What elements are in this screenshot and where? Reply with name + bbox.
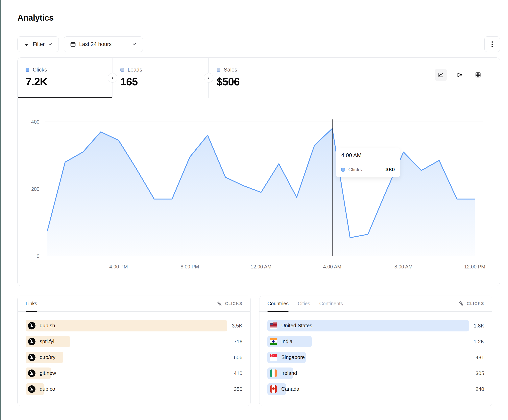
row-clicks-value: 716 xyxy=(234,338,242,345)
leads-value: 165 xyxy=(120,75,209,88)
geo-panel: Countries Cities Continents CLICKS Unite… xyxy=(259,296,492,406)
tab-countries[interactable]: Countries xyxy=(267,296,289,311)
leads-marker-icon xyxy=(120,68,124,72)
chevron-down-icon xyxy=(48,42,52,47)
svg-text:8:00 AM: 8:00 AM xyxy=(394,264,412,269)
svg-text:12:00 PM: 12:00 PM xyxy=(464,264,486,269)
tooltip-value: 380 xyxy=(385,167,395,173)
tooltip-time: 4:00 AM xyxy=(336,148,400,162)
country-row[interactable]: Ireland305 xyxy=(267,368,484,379)
countries-list: United States1.8KIndia1.2KSingapore481Ir… xyxy=(260,312,492,395)
stats-tabs-row: Clicks 7.2K Leads 165 Sales xyxy=(18,58,500,98)
link-label: git.new xyxy=(40,370,56,376)
tab-clicks[interactable]: Clicks 7.2K xyxy=(18,58,112,98)
tab-cities[interactable]: Cities xyxy=(298,296,310,311)
filter-button[interactable]: Filter xyxy=(17,36,59,52)
date-range-label: Last 24 hours xyxy=(79,41,112,47)
continents-tab-label: Continents xyxy=(319,301,343,306)
stats-next-button[interactable] xyxy=(204,73,213,83)
country-label: India xyxy=(281,338,292,345)
country-label: Singapore xyxy=(281,354,305,360)
clicks-value: 7.2K xyxy=(26,75,112,88)
svg-text:0: 0 xyxy=(37,253,39,259)
row-clicks-value: 240 xyxy=(476,386,484,392)
cursor-click-icon xyxy=(459,301,464,306)
tab-links[interactable]: Links xyxy=(26,296,37,311)
us-flag-icon xyxy=(270,322,277,329)
link-row[interactable]: git.new410 xyxy=(26,368,242,379)
countries-tab-label: Countries xyxy=(267,301,289,306)
svg-text:8:00 PM: 8:00 PM xyxy=(180,264,199,269)
svg-text:12:00 AM: 12:00 AM xyxy=(251,264,271,269)
cursor-click-icon xyxy=(217,301,223,306)
link-row[interactable]: spti.fyi716 xyxy=(26,336,242,347)
ca-flag-icon xyxy=(270,385,277,393)
line-chart-view-button[interactable] xyxy=(435,69,447,81)
country-row[interactable]: India1.2K xyxy=(267,336,484,347)
links-metric-toggle[interactable]: CLICKS xyxy=(217,296,242,311)
link-row[interactable]: dub.sh3.5K xyxy=(26,320,242,332)
row-clicks-value: 1.8K xyxy=(474,323,484,329)
tooltip-series-label: Clicks xyxy=(348,167,362,173)
chart-tooltip: 4:00 AM Clicks 380 xyxy=(336,148,400,177)
links-panel: Links CLICKS dub.sh3.5Kspti.fyi716d.to/t… xyxy=(17,296,251,406)
link-label: dub.co xyxy=(40,386,55,392)
funnel-chart-view-button[interactable] xyxy=(453,69,466,81)
in-flag-icon xyxy=(270,338,277,345)
filter-button-label: Filter xyxy=(33,41,45,47)
row-clicks-value: 3.5K xyxy=(232,323,243,329)
link-label: spti.fyi xyxy=(40,338,54,345)
tooltip-series-marker-icon xyxy=(341,168,345,172)
link-row[interactable]: dub.co350 xyxy=(26,383,242,395)
geo-metric-toggle[interactable]: CLICKS xyxy=(459,296,484,311)
clicks-chart-area: 02004004:00 PM8:00 PM12:00 AM4:00 AM8:00… xyxy=(18,98,500,286)
dub-logo-icon xyxy=(28,369,36,377)
row-clicks-value: 410 xyxy=(234,370,242,376)
dub-logo-icon xyxy=(28,338,36,345)
links-metric-label: CLICKS xyxy=(225,301,242,306)
ie-flag-icon xyxy=(270,369,277,377)
toolbar: Filter Last 24 hours xyxy=(17,36,500,52)
clicks-marker-icon xyxy=(26,68,29,72)
date-range-button[interactable]: Last 24 hours xyxy=(64,36,143,52)
link-label: d.to/try xyxy=(40,354,55,360)
more-options-button[interactable] xyxy=(484,36,500,52)
country-label: Ireland xyxy=(281,370,297,376)
leads-tab-label: Leads xyxy=(127,67,142,73)
row-clicks-value: 1.2K xyxy=(474,338,484,345)
chevron-right-icon xyxy=(207,76,211,80)
dub-logo-icon xyxy=(28,385,36,393)
country-row[interactable]: Canada240 xyxy=(267,383,484,395)
funnel-chart-icon xyxy=(456,72,463,78)
country-row[interactable]: Singapore481 xyxy=(267,352,484,363)
link-row[interactable]: d.to/try606 xyxy=(26,352,242,363)
table-grid-icon xyxy=(475,72,481,78)
svg-text:4:00 PM: 4:00 PM xyxy=(109,264,128,269)
sales-marker-icon xyxy=(217,68,220,72)
tab-leads[interactable]: Leads 165 xyxy=(112,58,209,98)
links-panel-header: Links CLICKS xyxy=(18,296,250,312)
chevron-right-icon xyxy=(110,76,115,80)
links-tab-label: Links xyxy=(26,301,37,306)
tab-continents[interactable]: Continents xyxy=(319,296,343,311)
link-label: dub.sh xyxy=(40,323,55,329)
row-clicks-value: 305 xyxy=(476,370,484,376)
clicks-tab-label: Clicks xyxy=(33,67,47,73)
country-label: United States xyxy=(281,323,312,329)
geo-metric-label: CLICKS xyxy=(467,301,484,306)
country-row[interactable]: United States1.8K xyxy=(267,320,484,332)
dub-logo-icon xyxy=(28,322,36,329)
sales-tab-label: Sales xyxy=(224,67,237,73)
row-clicks-value: 350 xyxy=(234,386,242,392)
row-clicks-value: 606 xyxy=(234,354,242,360)
svg-text:400: 400 xyxy=(31,119,39,125)
chart-view-switcher xyxy=(435,69,484,81)
geo-panel-header: Countries Cities Continents CLICKS xyxy=(260,296,492,312)
clicks-chart[interactable]: 02004004:00 PM8:00 PM12:00 AM4:00 AM8:00… xyxy=(18,98,500,286)
breakdown-panels: Links CLICKS dub.sh3.5Kspti.fyi716d.to/t… xyxy=(17,296,492,406)
cities-tab-label: Cities xyxy=(298,301,310,306)
stats-next-button[interactable] xyxy=(108,73,117,83)
svg-text:200: 200 xyxy=(31,186,39,192)
table-view-button[interactable] xyxy=(472,69,484,81)
analytics-card: Clicks 7.2K Leads 165 Sales xyxy=(17,58,500,286)
